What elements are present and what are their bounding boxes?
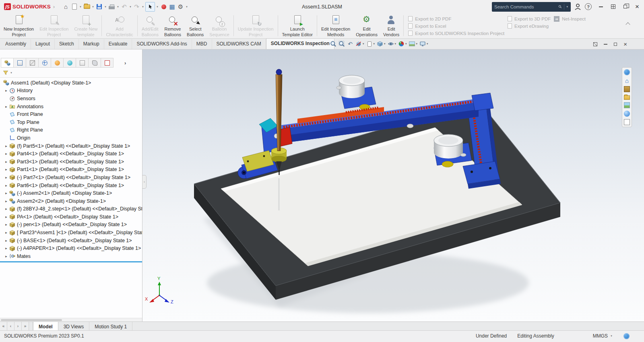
close-document-window-icon[interactable]: ×	[623, 41, 627, 47]
expander-icon[interactable]: ▸	[4, 152, 8, 156]
tab-inspection-tree[interactable]	[101, 58, 114, 68]
options-dropdown-icon[interactable]: ▾	[185, 5, 188, 8]
print-icon[interactable]	[108, 2, 116, 12]
vendors-button[interactable]: Edit Vendors	[380, 13, 402, 38]
launch-button[interactable]: Launch Template Editor	[279, 13, 316, 38]
expander-icon[interactable]: ▸	[4, 231, 8, 235]
expander-icon[interactable]: ▸	[4, 183, 8, 187]
panel-splitter-handle[interactable]: ‹	[142, 175, 147, 189]
tab-configurationmanager[interactable]	[26, 58, 39, 68]
edit-appearance-icon[interactable]	[397, 40, 405, 48]
tree-item-assem1[interactable]: Assem1 (Default) <Display State-1>	[0, 79, 142, 87]
assembly-model[interactable]	[194, 69, 560, 313]
scene-dropdown-icon[interactable]: ▾	[416, 42, 418, 45]
tab-propertymanager[interactable]	[13, 58, 26, 68]
file-explorer-icon[interactable]	[624, 95, 630, 100]
tab-displaymanager[interactable]	[51, 58, 64, 68]
restore-window-button[interactable]	[619, 2, 631, 12]
options-gear-icon[interactable]: ⚙	[177, 2, 184, 12]
graphics-area[interactable]: Y X Z ⌂	[142, 49, 644, 321]
nav-first-icon[interactable]: «	[0, 322, 7, 330]
new-document-icon[interactable]	[70, 2, 78, 12]
save-icon[interactable]	[95, 2, 103, 12]
solidworks-resources-icon[interactable]	[624, 69, 630, 75]
tree-item-[interactable]: ▸(-) pen<1> (Default) <<Default>_Display…	[0, 221, 142, 229]
help-icon[interactable]: ?	[585, 3, 592, 10]
save-dropdown-icon[interactable]: ▾	[104, 5, 107, 8]
annotation-views-dropdown-icon[interactable]: ▾	[374, 42, 375, 45]
tree-item-annotations[interactable]: ▸Annotations	[0, 103, 142, 111]
search-icon[interactable]	[558, 4, 562, 9]
print-dropdown-icon[interactable]: ▾	[116, 5, 120, 8]
expander-icon[interactable]: ▸	[4, 254, 8, 258]
tree-item-mates[interactable]: ▸Mates	[0, 252, 142, 260]
tree-item-part1-1[interactable]: ▸Part1<1> (Default) <<Default>_Display S…	[0, 166, 142, 174]
user-account-icon[interactable]	[574, 2, 582, 12]
status-tag-icon[interactable]	[623, 333, 630, 339]
tab-solidworks-add-ins[interactable]: SOLIDWORKS Add-Ins	[132, 39, 192, 49]
tree-item-sensors[interactable]: Sensors	[0, 95, 142, 103]
expand-document-window-icon[interactable]	[593, 42, 597, 46]
tree-item-origin[interactable]: Origin	[0, 134, 142, 142]
tree-scrollbar-thumb[interactable]	[1, 319, 62, 321]
tree-item-history[interactable]: ▸History	[0, 87, 142, 95]
new-project-button[interactable]: New Inspection Project	[1, 13, 37, 38]
home-icon[interactable]: ⌂	[62, 2, 70, 12]
minimize-window-button[interactable]	[595, 2, 607, 12]
tree-end-bar[interactable]	[0, 261, 142, 262]
tile-windows-button[interactable]	[607, 2, 619, 12]
tab-mbd[interactable]: MBD	[192, 39, 212, 49]
tab-dimxpertmanager[interactable]	[38, 58, 51, 68]
expander-icon[interactable]: ▸	[4, 105, 8, 109]
expander-icon[interactable]: ▸	[4, 191, 8, 195]
tree-item-[interactable]: ▸(-) Assem2<1> (Default) <Display State-…	[0, 189, 142, 197]
home-tab-icon[interactable]: ⌂	[625, 78, 629, 84]
close-window-button[interactable]: ×	[631, 2, 643, 12]
tab-cam-feature-tree[interactable]	[63, 58, 76, 68]
tree-item-right[interactable]: Right Plane	[0, 126, 142, 134]
filter-funnel-icon[interactable]	[3, 70, 8, 76]
select-dropdown-icon[interactable]: ▾	[156, 5, 159, 8]
tree-item-[interactable]: ▸[ Part23^Assem1 ]<1> (Default) <<Defaul…	[0, 229, 142, 237]
expander-icon[interactable]: ▸	[4, 239, 8, 243]
view-palette-icon[interactable]	[624, 102, 630, 108]
filter-dropdown-icon[interactable]: ▾	[10, 71, 13, 74]
expander-icon[interactable]: ▸	[4, 175, 8, 179]
tab-featuremanager-design-tree[interactable]	[1, 58, 14, 68]
hide-show-dropdown-icon[interactable]: ▾	[395, 42, 396, 45]
tab-motion-study-1[interactable]: Motion Study 1	[89, 322, 132, 330]
record-icon[interactable]	[160, 2, 167, 12]
tree-item-pa-1[interactable]: ▸PA<1> (Default) <<Default>_Display Stat…	[0, 213, 142, 221]
expander-icon[interactable]: ▸	[4, 246, 8, 250]
section-view-icon[interactable]	[355, 40, 363, 48]
nav-last-icon[interactable]: »	[22, 322, 29, 330]
tree-item-front[interactable]: Front Plane	[0, 110, 142, 118]
expander-icon[interactable]: ▸	[4, 89, 8, 93]
unit-system-selector[interactable]: MMGS ▾	[593, 333, 613, 339]
expander-icon[interactable]: ▸	[4, 215, 8, 219]
view-orientation-dropdown-icon[interactable]: ▾	[384, 42, 386, 45]
operations-button[interactable]: Edit Operations	[353, 13, 380, 38]
tree-item-top[interactable]: Top Plane	[0, 118, 142, 126]
ribbon-collapse-icon[interactable]	[625, 22, 630, 27]
expander-icon[interactable]: ▸	[4, 167, 8, 171]
tree-item-[interactable]: ▸(-) BASE<1> (Default) <<Default>_Displa…	[0, 237, 142, 245]
tab-model[interactable]: Model	[33, 322, 58, 330]
tab-solidworks-cam[interactable]: SOLIDWORKS CAM	[212, 39, 266, 49]
tree-item-f[interactable]: ▸(f) Part5<1> (Default) <<Default>_Displ…	[0, 142, 142, 150]
tree-item-f[interactable]: ▸(f) 28BYJ-48_2.step<1> (Default) <<Defa…	[0, 205, 142, 213]
view-settings-icon[interactable]	[419, 40, 427, 48]
expander-icon[interactable]: ▸	[4, 199, 8, 203]
tab-layout[interactable]: Layout	[31, 39, 55, 49]
nav-next-icon[interactable]: ›	[14, 322, 22, 330]
menu-expand-chevron-icon[interactable]: ›	[53, 4, 55, 10]
zoom-to-fit-icon[interactable]	[329, 40, 337, 48]
open-icon[interactable]	[83, 2, 91, 12]
tree-horizontal-scrollbar[interactable]	[0, 318, 142, 321]
expander-icon[interactable]: ▸	[4, 207, 8, 211]
open-dropdown-icon[interactable]: ▾	[91, 5, 95, 8]
minimize-document-window-icon[interactable]	[604, 44, 607, 45]
solidworks-logo[interactable]: ʃS SOLIDWORKS ›	[0, 3, 58, 10]
panel-tabs-overflow-chevron[interactable]: ›	[124, 60, 126, 66]
balloon-select-button[interactable]: Select Balloons	[184, 13, 206, 38]
